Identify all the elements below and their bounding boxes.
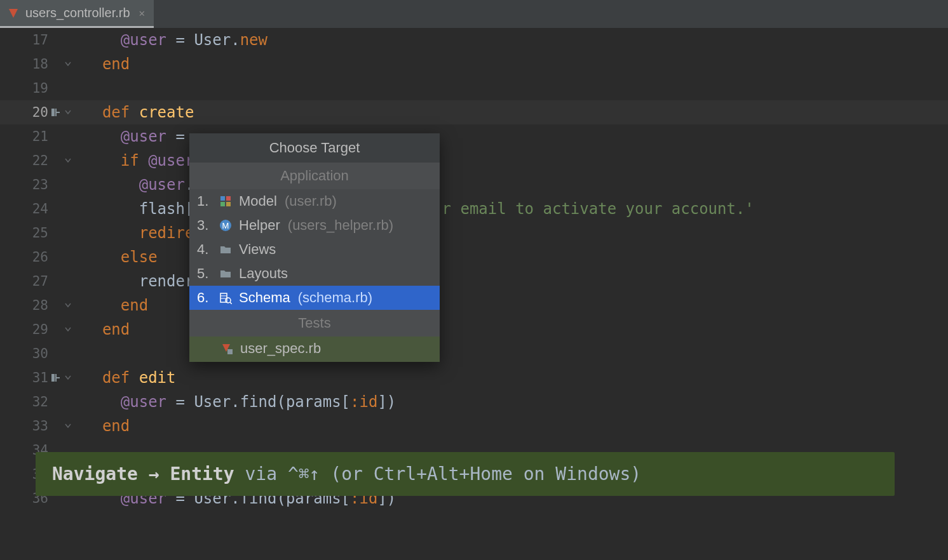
tip-prefix: Navigate → Entity (52, 463, 234, 484)
gutter: 28 (0, 293, 79, 317)
line-number: 32 (23, 390, 48, 414)
line-number: 18 (23, 52, 48, 76)
popup-item-number: 1. (197, 193, 212, 210)
code-text[interactable]: end (79, 293, 148, 317)
method-marker-icon (48, 373, 62, 383)
svg-rect-1 (51, 109, 55, 116)
code-line[interactable]: 18 end (0, 52, 948, 76)
svg-marker-0 (9, 9, 18, 18)
popup-item-schema[interactable]: 6.Schema (schema.rb) (189, 286, 440, 310)
close-icon[interactable]: ✕ (139, 7, 146, 19)
gutter: 21 (0, 124, 79, 149)
code-text[interactable]: if @user. (79, 149, 203, 173)
line-number: 27 (23, 269, 48, 293)
popup-item-number: 6. (197, 290, 212, 306)
code-line[interactable]: 25 redire (0, 221, 948, 245)
fold-icon[interactable] (62, 374, 74, 382)
svg-rect-16 (227, 349, 233, 354)
code-text[interactable]: def edit (79, 366, 176, 390)
line-number: 23 (23, 173, 48, 197)
fold-icon[interactable] (62, 157, 74, 164)
gutter: 23 (0, 173, 79, 197)
line-number: 25 (23, 221, 48, 245)
code-line[interactable]: 27 render (0, 269, 948, 293)
code-line[interactable]: 21 @user = (0, 124, 948, 149)
line-number: 33 (23, 414, 48, 438)
popup-item-label: Model (239, 193, 277, 210)
model-icon (219, 194, 233, 208)
fold-icon[interactable] (62, 60, 74, 68)
line-number: 29 (23, 317, 48, 342)
popup-item-layouts[interactable]: 5.Layouts (189, 262, 440, 286)
svg-rect-7 (226, 202, 231, 206)
popup-item-label: Layouts (239, 265, 288, 282)
code-editor[interactable]: 17 @user = User.new18 end1920 def create… (0, 28, 948, 510)
code-text[interactable]: end (79, 52, 130, 76)
code-line[interactable]: 31 def edit (0, 366, 948, 390)
folder-icon (219, 243, 233, 257)
popup-section-tests: Tests (189, 310, 440, 337)
gutter: 19 (0, 76, 79, 100)
popup-item-number: 3. (197, 217, 212, 234)
popup-item-hint: (user.rb) (285, 193, 337, 210)
code-line[interactable]: 33 end (0, 414, 948, 438)
popup-item-number: 5. (197, 265, 212, 282)
code-line[interactable]: 22 if @user. (0, 149, 948, 173)
gutter: 32 (0, 390, 79, 414)
gutter: 29 (0, 317, 79, 342)
code-text[interactable]: render (79, 269, 194, 293)
code-text[interactable]: redire (79, 221, 194, 245)
code-text[interactable]: end (79, 317, 130, 342)
code-text[interactable]: def create (79, 100, 194, 124)
tip-suffix: (or Ctrl+Alt+Home on Windows) (320, 463, 641, 484)
line-number: 26 (23, 245, 48, 269)
code-line[interactable]: 32 @user = User.find(params[:id]) (0, 390, 948, 414)
code-line[interactable]: 26 else (0, 245, 948, 269)
popup-item-views[interactable]: 4.Views (189, 237, 440, 262)
gutter: 30 (0, 342, 79, 366)
code-line[interactable]: 17 @user = User.new (0, 28, 948, 52)
fold-icon[interactable] (62, 302, 74, 309)
gutter: 31 (0, 366, 79, 390)
line-number: 17 (23, 28, 48, 52)
code-text[interactable]: @user = User.new (79, 28, 267, 52)
code-line[interactable]: 24 flash[ r email to activate your accou… (0, 197, 948, 221)
code-line[interactable]: 20 def create (0, 100, 948, 124)
line-number: 31 (23, 366, 48, 390)
code-text[interactable]: else (79, 245, 158, 269)
popup-title: Choose Target (189, 133, 440, 163)
code-line[interactable]: 28 end (0, 293, 948, 317)
helper-icon: M (219, 218, 233, 232)
code-line[interactable]: 19 (0, 76, 948, 100)
line-number: 19 (23, 76, 48, 100)
choose-target-popup: Choose Target Application 1.Model (user.… (189, 133, 440, 362)
popup-item-label: Helper (239, 217, 280, 234)
code-text[interactable]: end (79, 414, 130, 438)
fold-icon[interactable] (62, 326, 74, 333)
schema-icon (219, 291, 233, 305)
fold-icon[interactable] (62, 422, 74, 430)
line-number: 24 (23, 197, 48, 221)
tip-shortcut: ^⌘↑ (288, 463, 320, 484)
folder-icon (219, 267, 233, 281)
tab-bar: users_controller.rb ✕ (0, 0, 948, 28)
gutter: 26 (0, 245, 79, 269)
popup-item-model[interactable]: 1.Model (user.rb) (189, 189, 440, 213)
gutter: 20 (0, 100, 79, 124)
tip-mid: via (234, 463, 288, 484)
code-text[interactable]: @user. (79, 173, 194, 197)
svg-line-14 (230, 302, 232, 304)
file-tab[interactable]: users_controller.rb ✕ (0, 0, 154, 28)
code-line[interactable]: 29 end (0, 317, 948, 342)
popup-item-number: 4. (197, 241, 212, 258)
fold-icon[interactable] (62, 109, 74, 116)
popup-item-helper[interactable]: 3.MHelper (users_helper.rb) (189, 213, 440, 237)
code-text[interactable]: @user = User.find(params[:id]) (79, 390, 396, 414)
tip-banner: Navigate → Entity via ^⌘↑ (or Ctrl+Alt+H… (36, 452, 895, 496)
svg-text:M: M (222, 221, 229, 230)
code-text[interactable]: @user = (79, 124, 185, 149)
popup-item-label: Schema (239, 290, 290, 306)
popup-test-item[interactable]: user_spec.rb (189, 337, 440, 362)
code-line[interactable]: 30 (0, 342, 948, 366)
code-line[interactable]: 23 @user. (0, 173, 948, 197)
